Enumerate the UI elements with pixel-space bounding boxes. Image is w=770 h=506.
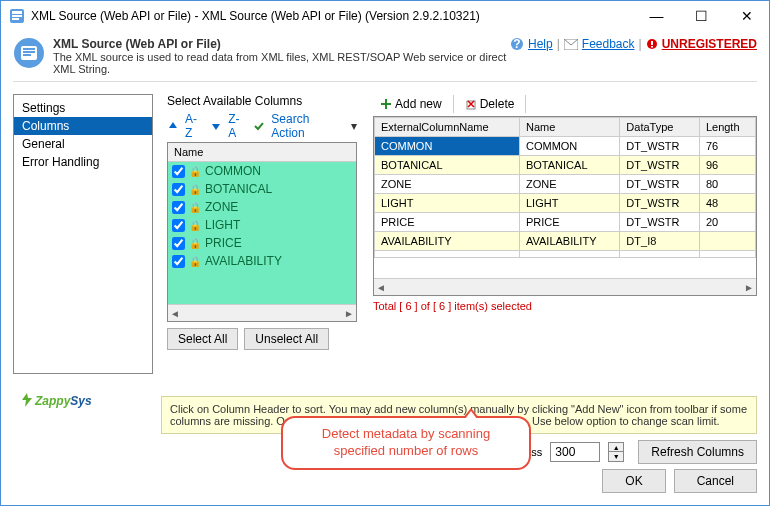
sidebar-item-settings[interactable]: Settings [14,99,152,117]
grid-cell[interactable]: DT_WSTR [620,213,700,232]
grid-cell[interactable]: DT_I8 [620,232,700,251]
unselect-all-button[interactable]: Unselect All [244,328,329,350]
grid-cell[interactable]: PRICE [375,213,520,232]
table-row[interactable]: COMMONCOMMONDT_WSTR76 [375,137,756,156]
divider [13,81,757,82]
grid-cell[interactable]: 20 [699,213,755,232]
data-grid: ExternalColumnNameNameDataTypeLengthCOMM… [373,116,757,296]
grid-header[interactable]: DataType [620,118,700,137]
grid-cell[interactable]: 96 [699,156,755,175]
grid-cell[interactable]: PRICE [519,213,619,232]
grid-cell[interactable]: COMMON [375,137,520,156]
sort-az-icon [167,120,179,132]
columns-panel: Select Available Columns A-Z Z-A Search … [167,94,357,396]
feedback-link[interactable]: Feedback [582,37,635,51]
header-title: XML Source (Web API or File) [53,37,510,51]
table-row[interactable]: ZONEZONEDT_WSTR80 [375,175,756,194]
table-row[interactable]: LIGHTLIGHTDT_WSTR48 [375,194,756,213]
select-all-button[interactable]: Select All [167,328,238,350]
grid-cell[interactable]: ZONE [519,175,619,194]
grid-cell[interactable]: 48 [699,194,755,213]
column-name: BOTANICAL [205,182,272,196]
maximize-button[interactable]: ☐ [679,1,724,31]
column-list-item[interactable]: 🔒PRICE [168,234,356,252]
list-header[interactable]: Name [168,143,356,162]
lock-icon: 🔒 [189,238,201,249]
grid-cell[interactable]: 80 [699,175,755,194]
grid-cell[interactable]: LIGHT [375,194,520,213]
column-checkbox[interactable] [172,219,185,232]
column-checkbox[interactable] [172,255,185,268]
table-row[interactable]: BOTANICALBOTANICALDT_WSTR96 [375,156,756,175]
svg-text:?: ? [513,37,520,51]
grid-cell[interactable]: ZONE [375,175,520,194]
delete-button[interactable]: Delete [458,94,522,114]
grid-header[interactable]: Length [699,118,755,137]
column-checkbox[interactable] [172,237,185,250]
delete-label: Delete [480,97,515,111]
table-row[interactable]: AVAILABILITYAVAILABILITYDT_I8 [375,232,756,251]
header-subtitle: The XML source is used to read data from… [53,51,510,75]
close-button[interactable]: ✕ [724,1,769,31]
grid-cell[interactable]: BOTANICAL [375,156,520,175]
help-link[interactable]: Help [528,37,553,51]
lock-icon: 🔒 [189,166,201,177]
cancel-button[interactable]: Cancel [674,469,757,493]
column-list-item[interactable]: 🔒AVAILABILITY [168,252,356,270]
grid-cell[interactable]: COMMON [519,137,619,156]
mail-icon [564,39,578,50]
grid-cell[interactable]: DT_WSTR [620,175,700,194]
content: SettingsColumnsGeneralError Handling Sel… [1,86,769,396]
sort-az[interactable]: A-Z [185,112,204,140]
grid-cell[interactable]: LIGHT [519,194,619,213]
add-new-button[interactable]: Add new [373,94,449,114]
column-list-item[interactable]: 🔒LIGHT [168,216,356,234]
column-list-item[interactable]: 🔒ZONE [168,198,356,216]
unregistered-link[interactable]: UNREGISTERED [662,37,757,51]
ok-button[interactable]: OK [602,469,665,493]
grid-cell[interactable] [620,251,700,258]
column-checkbox[interactable] [172,183,185,196]
grid-scrollbar[interactable]: ◄► [374,278,756,295]
sidebar-item-columns[interactable]: Columns [14,117,152,135]
table-row[interactable] [375,251,756,258]
grid-cell[interactable]: DT_WSTR [620,137,700,156]
search-action[interactable]: Search Action [271,112,345,140]
grid-cell[interactable] [375,251,520,258]
grid-cell[interactable]: AVAILABILITY [519,232,619,251]
refresh-columns-button[interactable]: Refresh Columns [638,440,757,464]
minimize-button[interactable]: — [634,1,679,31]
grid-cell[interactable]: DT_WSTR [620,194,700,213]
grid-cell[interactable] [699,232,755,251]
column-name: PRICE [205,236,242,250]
column-name: ZONE [205,200,238,214]
column-checkbox[interactable] [172,201,185,214]
list-scrollbar[interactable]: ◄► [168,304,356,321]
grid-header[interactable]: ExternalColumnName [375,118,520,137]
grid-cell[interactable]: AVAILABILITY [375,232,520,251]
grid-cell[interactable] [699,251,755,258]
columns-label: Select Available Columns [167,94,357,108]
spinner[interactable]: ▲▼ [608,442,624,462]
selection-status: Total [ 6 ] of [ 6 ] item(s) selected [373,300,757,312]
sort-za[interactable]: Z-A [228,112,247,140]
column-name: AVAILABILITY [205,254,282,268]
column-list-item[interactable]: 🔒COMMON [168,162,356,180]
grid-cell[interactable] [519,251,619,258]
column-name: COMMON [205,164,261,178]
svg-rect-7 [23,51,35,53]
titlebar: XML Source (Web API or File) - XML Sourc… [1,1,769,31]
sidebar-item-general[interactable]: General [14,135,152,153]
scan-rows-input[interactable] [550,442,600,462]
help-icon: ? [510,37,524,51]
column-list-item[interactable]: 🔒BOTANICAL [168,180,356,198]
sidebar-item-error-handling[interactable]: Error Handling [14,153,152,171]
grid-cell[interactable]: BOTANICAL [519,156,619,175]
grid-cell[interactable]: 76 [699,137,755,156]
svg-rect-1 [12,11,22,14]
column-checkbox[interactable] [172,165,185,178]
grid-header[interactable]: Name [519,118,619,137]
grid-cell[interactable]: DT_WSTR [620,156,700,175]
table-row[interactable]: PRICEPRICEDT_WSTR20 [375,213,756,232]
header-app-icon [13,37,45,69]
